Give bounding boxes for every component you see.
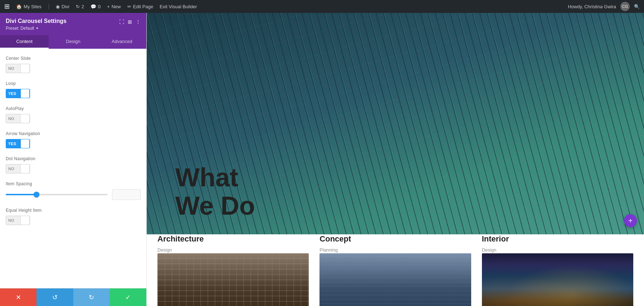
setting-center-slide: Center Slide NO bbox=[6, 56, 141, 73]
item-spacing-track[interactable] bbox=[6, 194, 108, 195]
plus-icon: + bbox=[107, 4, 110, 9]
divi-link[interactable]: ◉ Divi bbox=[56, 4, 69, 9]
hero-section: What We Do + bbox=[147, 13, 644, 234]
panel-footer: ✕ ↺ ↻ ✓ bbox=[0, 288, 146, 306]
arrow-nav-label: Arrow Navigation bbox=[6, 131, 141, 136]
center-slide-label: Center Slide bbox=[6, 56, 141, 61]
undo-icon: ↺ bbox=[52, 293, 58, 301]
equal-height-toggle-label: NO bbox=[6, 218, 14, 223]
cancel-icon: ✕ bbox=[16, 293, 21, 301]
card-category-concept: Planning bbox=[319, 247, 471, 253]
loop-toggle-wrap: YES bbox=[6, 89, 141, 98]
refresh-icon: ↻ bbox=[76, 4, 80, 9]
equal-height-toggle[interactable]: NO bbox=[6, 216, 30, 225]
setting-arrow-nav: Arrow Navigation YES bbox=[6, 131, 141, 148]
item-spacing-slider-wrap: 30 bbox=[6, 189, 141, 200]
dot-nav-label: Dot Navigation bbox=[6, 156, 141, 161]
card-category-interior: Design bbox=[482, 247, 633, 253]
item-spacing-label: Item Spacing bbox=[6, 181, 141, 186]
item-spacing-thumb[interactable] bbox=[34, 192, 39, 197]
more-options-icon[interactable]: ⋮ bbox=[136, 19, 141, 25]
item-spacing-fill bbox=[6, 194, 36, 195]
settings-panel: Divi Carousel Settings ⛶ ⊞ ⋮ Preset: Def… bbox=[0, 13, 147, 306]
card-image-concept bbox=[319, 253, 471, 306]
new-button[interactable]: + New bbox=[107, 4, 121, 9]
card-title-architecture: Architecture bbox=[157, 234, 309, 244]
tab-content[interactable]: Content bbox=[0, 35, 49, 49]
dot-nav-toggle-wrap: NO bbox=[6, 164, 141, 173]
panel-title: Divi Carousel Settings bbox=[6, 18, 67, 24]
hero-headline: What We Do bbox=[175, 163, 255, 220]
card-category-architecture: Design bbox=[157, 247, 309, 253]
edit-page-button[interactable]: ✏ Edit Page bbox=[127, 4, 153, 9]
fullscreen-icon[interactable]: ⛶ bbox=[119, 19, 124, 25]
sites-icon: 🏠 bbox=[16, 4, 22, 9]
item-spacing-input[interactable]: 30 bbox=[112, 189, 141, 200]
loop-toggle-label: YES bbox=[6, 91, 16, 96]
panel-content: Center Slide NO Loop YES bbox=[0, 49, 146, 288]
undo-button[interactable]: ↺ bbox=[36, 288, 73, 306]
hero-text-overlay: What We Do bbox=[175, 163, 255, 220]
arrow-nav-toggle-label: YES bbox=[6, 142, 16, 146]
center-slide-toggle[interactable]: NO bbox=[6, 64, 30, 73]
save-icon: ✓ bbox=[125, 293, 131, 301]
arrow-nav-toggle-wrap: YES bbox=[6, 139, 141, 148]
carousel-section: ❮ Architecture Design Celebrate success … bbox=[147, 234, 644, 306]
wp-logo-icon[interactable]: ⊞ bbox=[4, 3, 10, 10]
panel-preset[interactable]: Preset: Default bbox=[6, 26, 141, 31]
admin-bar: ⊞ 🏠 My Sites | ◉ Divi ↻ 2 💬 0 + New ✏ Ed… bbox=[0, 0, 644, 13]
setting-loop: Loop YES bbox=[6, 81, 141, 98]
arrow-nav-toggle[interactable]: YES bbox=[6, 139, 30, 148]
center-slide-toggle-label: NO bbox=[6, 66, 14, 71]
howdy-text: Howdy, Christina Gwira bbox=[568, 4, 616, 9]
carousel-card-interior: Interior Design A major key, never panic… bbox=[482, 234, 633, 306]
hero-headline-line1: What bbox=[175, 163, 238, 192]
cancel-button[interactable]: ✕ bbox=[0, 288, 36, 306]
comments-link[interactable]: 💬 0 bbox=[91, 4, 101, 9]
my-sites-link[interactable]: 🏠 My Sites bbox=[16, 4, 42, 9]
canvas: What We Do + ❮ Architecture Design Celeb… bbox=[147, 13, 644, 306]
divi-icon: ◉ bbox=[56, 4, 60, 9]
exit-builder-button[interactable]: Exit Visual Builder bbox=[160, 4, 197, 9]
dot-nav-toggle-label: NO bbox=[6, 167, 14, 171]
loop-label: Loop bbox=[6, 81, 141, 86]
admin-bar-right: Howdy, Christina Gwira CG 🔍 bbox=[568, 2, 640, 11]
carousel-card-architecture: Architecture Design Celebrate success ri… bbox=[157, 234, 309, 306]
loop-toggle[interactable]: YES bbox=[6, 89, 30, 98]
main-layout: Divi Carousel Settings ⛶ ⊞ ⋮ Preset: Def… bbox=[0, 13, 644, 306]
edit-icon: ✏ bbox=[127, 4, 131, 9]
card-image-interior bbox=[482, 253, 633, 306]
panel-tabs: Content Design Advanced bbox=[0, 35, 146, 49]
equal-height-toggle-wrap: NO bbox=[6, 216, 141, 225]
comment-icon: 💬 bbox=[91, 4, 96, 9]
card-title-concept: Concept bbox=[319, 234, 471, 244]
card-title-interior: Interior bbox=[482, 234, 633, 244]
carousel-cards: ❮ Architecture Design Celebrate success … bbox=[157, 234, 633, 306]
redo-icon: ↻ bbox=[89, 293, 94, 301]
carousel-card-concept: Concept Planning Everyone has a choice. … bbox=[319, 234, 471, 306]
grid-icon[interactable]: ⊞ bbox=[128, 19, 132, 25]
setting-item-spacing: Item Spacing 30 bbox=[6, 181, 141, 200]
save-button[interactable]: ✓ bbox=[110, 288, 146, 306]
setting-autoplay: AutoPlay NO bbox=[6, 106, 141, 123]
search-icon[interactable]: 🔍 bbox=[634, 4, 640, 9]
hero-headline-line2: We Do bbox=[175, 191, 255, 220]
hero-add-button[interactable]: + bbox=[624, 214, 637, 227]
autoplay-toggle-label: NO bbox=[6, 116, 14, 121]
setting-dot-nav: Dot Navigation NO bbox=[6, 156, 141, 173]
setting-equal-height: Equal Height Item NO bbox=[6, 208, 141, 225]
autoplay-toggle[interactable]: NO bbox=[6, 114, 30, 123]
equal-height-label: Equal Height Item bbox=[6, 208, 141, 213]
avatar[interactable]: CG bbox=[620, 2, 630, 11]
card-image-architecture bbox=[157, 253, 309, 306]
hero-background: What We Do bbox=[147, 13, 644, 234]
redo-button[interactable]: ↻ bbox=[73, 288, 110, 306]
tab-advanced[interactable]: Advanced bbox=[98, 35, 146, 49]
autoplay-label: AutoPlay bbox=[6, 106, 141, 111]
tab-design[interactable]: Design bbox=[49, 35, 97, 49]
updates-link[interactable]: ↻ 2 bbox=[76, 4, 84, 9]
panel-header: Divi Carousel Settings ⛶ ⊞ ⋮ Preset: Def… bbox=[0, 13, 146, 35]
autoplay-toggle-wrap: NO bbox=[6, 114, 141, 123]
center-slide-toggle-wrap: NO bbox=[6, 64, 141, 73]
dot-nav-toggle[interactable]: NO bbox=[6, 164, 30, 173]
